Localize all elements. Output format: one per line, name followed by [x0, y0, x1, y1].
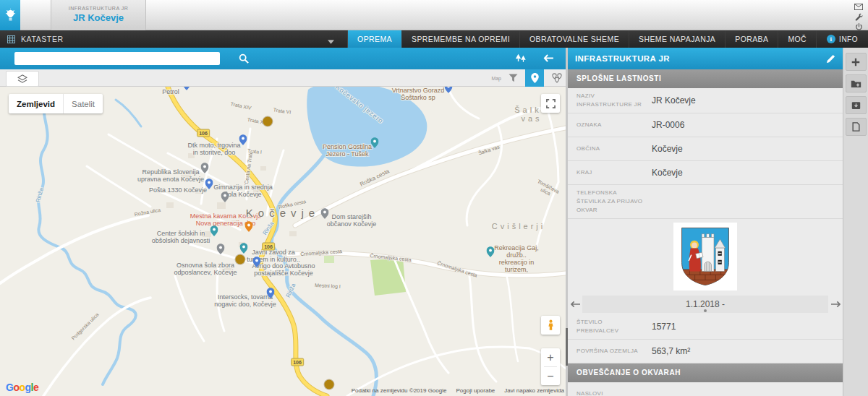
map-canvas[interactable]: PetrolVrtnarstvo Gorazd Šoštarko spŠalka… [0, 87, 566, 396]
trees-icon[interactable] [514, 53, 527, 63]
map-label-layer: PetrolVrtnarstvo Gorazd Šoštarko spŠalka… [0, 87, 566, 396]
poi-pin-icon[interactable] [267, 288, 275, 298]
poi-pin-icon[interactable] [210, 225, 218, 236]
map-attribution: Podatki na zemljevidu ©2019 GooglePogoji… [342, 387, 564, 394]
map-text-label: Cesta na Trato [244, 151, 254, 185]
map-toolbar: Map [0, 69, 566, 87]
emblem-block [568, 219, 843, 294]
map-text-label: Črnomaljska cesta [436, 260, 477, 278]
tab-obratovalne-sheme[interactable]: OBRATOVALNE SHEME [520, 30, 629, 48]
field-row: ŠTEVILO PREBIVALCEV15771 [568, 314, 843, 340]
panel-title: INFRASTRUKTURA JR [575, 54, 670, 63]
poi-pin-icon[interactable] [217, 244, 225, 254]
poi-label[interactable]: Avrigo doo Avtobusno postajališče Kočevj… [252, 262, 315, 277]
equipment-marker[interactable] [263, 117, 273, 126]
poi-pin-icon[interactable] [240, 243, 248, 254]
field-label: KRAJ [576, 168, 644, 177]
main-navbar: KATASTER OPREMASPREMEMBE NA OPREMIOBRATO… [0, 30, 868, 48]
field-row: POVRŠINA OZEMLJA563,7 km² [568, 340, 843, 363]
poi-pin-icon[interactable] [245, 221, 253, 232]
search-input[interactable] [14, 52, 220, 65]
kataster-icon [7, 35, 15, 43]
fullscreen-icon [546, 99, 556, 108]
info-button[interactable]: i INFO [817, 30, 868, 48]
prev-date-arrow[interactable] [568, 301, 582, 308]
google-logo-letter: e [33, 382, 38, 393]
poi-pin-icon[interactable] [221, 191, 229, 202]
poi-label[interactable]: Dtk moto, trgovina in storitve, doo [187, 142, 240, 156]
poi-pin-icon[interactable] [371, 137, 379, 148]
tab-oprema[interactable]: OPREMA [348, 30, 402, 48]
top-header: INFRASTRUKTURA JR JR Kočevje [0, 0, 868, 30]
mail-icon[interactable] [854, 2, 864, 11]
pegman-icon [548, 319, 554, 331]
back-arrow-icon[interactable] [543, 54, 554, 62]
map-mini-label[interactable]: Map [491, 76, 501, 81]
next-date-arrow[interactable] [828, 301, 843, 308]
google-logo[interactable]: Google [6, 382, 38, 393]
map-attribution-text: Podatki na zemljevidu ©2019 Google [352, 387, 447, 394]
poi-label[interactable]: Pošta 1330 Kočevje [149, 186, 207, 194]
poi-pin-icon[interactable] [205, 178, 213, 189]
equipment-marker[interactable] [236, 255, 245, 264]
zoom-in-button[interactable]: + [541, 348, 560, 366]
app-subtitle: INFRASTRUKTURA JR [51, 6, 145, 11]
fullscreen-button[interactable] [541, 94, 560, 113]
poi-pin-icon[interactable] [201, 163, 209, 173]
map-type-zemljevid[interactable]: Zemljevid [9, 94, 63, 113]
tab-poraba[interactable]: PORABA [726, 30, 778, 48]
single-pin-button[interactable] [525, 69, 544, 87]
equipment-marker[interactable] [325, 380, 334, 389]
app-title-block: INFRASTRUKTURA JR JR Kočevje [51, 0, 146, 30]
google-logo-letter: G [6, 382, 13, 393]
poi-pin-icon[interactable] [321, 208, 329, 219]
archive-down-button[interactable] [846, 96, 867, 114]
poi-label[interactable]: Petrol [162, 88, 179, 95]
field-label: POVRŠINA OZEMLJA [576, 347, 644, 356]
poi-pin-icon[interactable] [239, 134, 247, 145]
layers-button[interactable] [6, 71, 39, 87]
map-text-label: Mestni log I [315, 283, 341, 290]
poi-label[interactable]: Osnovna šola zbora odposlancev, Kočevje [174, 262, 237, 276]
map-text-label: Tomšičeva ulica [534, 178, 561, 200]
tab-sheme-napajanja[interactable]: SHEME NAPAJANJA [629, 30, 726, 48]
kataster-menu[interactable]: KATASTER [0, 30, 348, 48]
tab-moc[interactable]: MOČ [778, 30, 817, 48]
poi-label[interactable]: Republika Slovenija upravna enota Kočevj… [137, 168, 204, 183]
map-attribution-link[interactable]: Pogoji uporabe [456, 387, 495, 394]
poi-pin-icon[interactable] [253, 257, 261, 267]
poi-pin-icon[interactable] [487, 246, 495, 257]
field-label: TELEFONSKA ŠTEVILKA ZA PRIJAVO OKVAR [576, 189, 644, 215]
date-navigator: 1.1.2018 - [568, 294, 843, 314]
poi-label[interactable]: Pension Gostilna Jezero - Tušek [323, 143, 372, 158]
map-type-satelit[interactable]: Satelit [64, 94, 103, 113]
map-attribution-link[interactable]: Javi napako zemljevida [504, 387, 564, 394]
filter-icon[interactable] [509, 74, 518, 82]
poi-label[interactable]: Center šolskih in obšolskih dejavnosti [152, 230, 210, 244]
road-shield-106: 106 [291, 358, 304, 366]
date-strip[interactable]: 1.1.2018 - [582, 296, 828, 313]
poi-label[interactable]: Rekreacija Gaj, družb.. rekreacijo in tu… [492, 244, 541, 273]
poi-label[interactable]: Dom starejših občanov Kočevje [327, 213, 377, 228]
poi-pin-icon[interactable] [445, 87, 453, 93]
wrench-icon[interactable] [854, 12, 864, 21]
panel-header: INFRASTRUKTURA JR [568, 48, 843, 69]
edit-icon[interactable] [826, 54, 835, 64]
multi-pin-button[interactable] [551, 73, 563, 83]
field-value: JR Kočevje [644, 95, 834, 106]
chevron-down-icon [328, 37, 334, 46]
document-button[interactable] [846, 118, 867, 136]
add-button[interactable] [846, 53, 867, 71]
search-icon[interactable] [239, 53, 249, 66]
poi-label[interactable]: Vrtnarstvo Gorazd Šoštarko sp [392, 87, 445, 101]
folder-add-button[interactable] [846, 74, 867, 92]
zoom-out-button[interactable]: − [541, 367, 560, 385]
field-row: OZNAKAJR-0006 [568, 113, 843, 137]
app-logo[interactable] [0, 0, 20, 30]
field-value: 563,7 km² [644, 346, 834, 356]
street-view-pegman[interactable] [541, 316, 560, 335]
poi-pin-icon[interactable] [183, 87, 191, 90]
field-value: Kočevje [644, 168, 834, 178]
tab-spremembe-na-opremi[interactable]: SPREMEMBE NA OPREMI [402, 30, 520, 48]
map-text-label: Roška cesta [359, 168, 391, 187]
